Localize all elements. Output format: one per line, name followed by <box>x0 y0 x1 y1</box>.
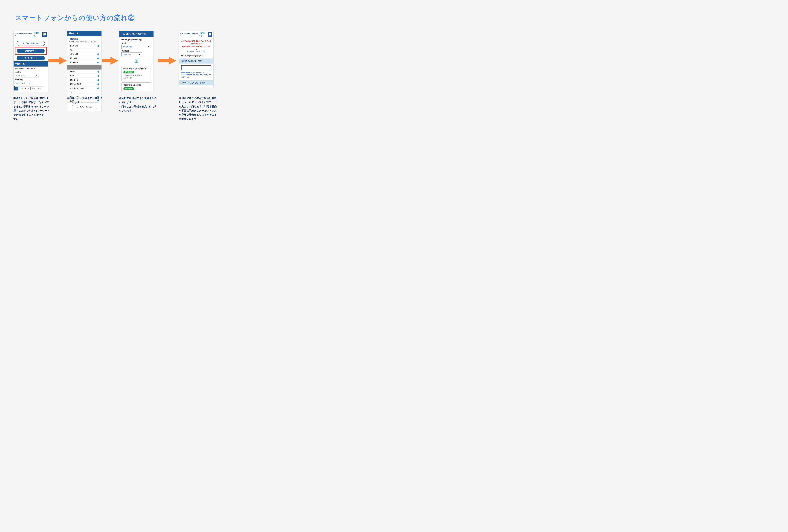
next-button[interactable]: 次へ <box>31 86 36 90</box>
triangle-down-icon: ▼ <box>139 53 140 56</box>
chevron-down-icon: ⌄ <box>97 87 99 89</box>
list-item[interactable]: こども・保育⌄ <box>70 52 99 56</box>
timestamp: 2022年04月22日 13時49分 現在 <box>15 68 47 70</box>
procedure-card[interactable]: 受理証明書の交付申請 電子署名必要 <box>121 82 151 92</box>
list-item[interactable]: 移住・空き家⌄ <box>70 78 99 82</box>
category-search-desc: 検索される手続きの分類をクリックしてください。 <box>70 41 99 43</box>
pager: 1 2 3 4 5 次へ 最後へ <box>15 86 47 90</box>
filter-search-button[interactable]: 絞り込みで検索する> <box>17 41 45 46</box>
app-header: いばらき電子申請・届出サービス 【笠間市】 メニュー <box>14 31 48 38</box>
category-search-title: 分類別検索 <box>70 38 99 40</box>
chevron-down-icon: ⌄ <box>97 45 99 47</box>
timestamp: 2022年04月25日 11時34分 現在 <box>121 39 151 41</box>
list-item[interactable]: 商工業⌄ <box>70 74 99 78</box>
page-title: スマートフォンからの使い方の流れ② <box>15 14 135 22</box>
card-title: 受理証明書の交付申請 <box>123 84 149 86</box>
screenshot-step-1: いばらき電子申請・届出サービス 【笠間市】 メニュー 絞り込みで検索する> 分類… <box>14 31 48 92</box>
screenshot-step-4: いばらき電子申請・届出サービス 【笠間市】 メニュー この手続きは利用者登録せず… <box>179 31 214 88</box>
highlight-box: 分類別で探す> <box>15 47 47 55</box>
back-button[interactable]: ＜手続き一覧へ戻る <box>72 105 97 110</box>
count-select[interactable]: 10件ずつ表示▼ <box>15 81 32 85</box>
screenshot-step-3: 「住民票・戸籍」手続き一覧 2022年04月25日 11時34分 現在 並び替え… <box>119 31 154 92</box>
page-3[interactable]: 3 <box>21 86 24 90</box>
chevron-down-icon: ⌄ <box>97 79 99 81</box>
signature-badge: 電子署名必要 <box>123 87 134 90</box>
service-name: いばらき電子申請・届出サービス <box>180 33 198 36</box>
caption-step-4: 利用者登録が必要な手続きは登録したメールアドレスとパスワードを入力し申請します。… <box>179 96 218 121</box>
last-button[interactable]: 最後へ <box>37 86 44 90</box>
page-4[interactable]: 4 <box>24 86 27 90</box>
already-registered-heading: 既に利用者登録がお済みの方 <box>181 55 211 57</box>
warning-text: 利用者登録した後、申込みをしてください。 <box>181 45 211 50</box>
section-heading: 手続き一覧 <box>67 31 101 36</box>
register-link[interactable]: 利用者登録される方はこちら <box>181 51 211 53</box>
arrow-right-icon <box>158 57 177 65</box>
meta: 受付開始2021年12月17日01時00分 <box>123 74 149 76</box>
list-item[interactable]: 住民票・戸籍⌄ <box>70 44 99 48</box>
triangle-down-icon: ▼ <box>29 82 31 84</box>
caption-step-2: 申請をしたい手続きの分野をタップします。 <box>67 96 103 104</box>
input-hint: 利用者登録時に使用したメールアドレス、 または各手続の担当部署から受領したIDを… <box>181 72 211 78</box>
card-title: 住民票/除票の写しの交付申請 <box>123 67 149 70</box>
scroll-indicator <box>67 65 101 70</box>
menu-icon[interactable]: メニュー <box>42 32 47 37</box>
procedure-card[interactable]: 住民票/除票の写しの交付申請 電子署名必要 受付開始2021年12月17日01時… <box>121 66 151 81</box>
caption-step-1: 申請をしたい手続きを検索します。「分類別で探す」をタップすると、手続きをカテゴリ… <box>14 96 50 121</box>
chevron-right-icon: > <box>36 50 37 52</box>
chevron-down-icon: ⌄ <box>97 62 99 63</box>
password-label: パスワードを入力してください <box>179 80 213 85</box>
list-item[interactable]: 笠間ファン倶楽部⌄ <box>70 82 99 86</box>
search-by-50on-button[interactable]: 五十音で探す> <box>17 56 45 60</box>
count-label: 表示数変更 <box>15 79 47 81</box>
sort-select[interactable]: 手続き名 昇順▼ <box>15 74 38 78</box>
triangle-down-icon: ▼ <box>148 46 150 48</box>
list-item[interactable]: 保健・健康⌄ <box>70 56 99 60</box>
page-1[interactable]: 1 <box>15 86 18 90</box>
list-item[interactable]: 区長申請⌄ <box>70 70 99 74</box>
count-label: 表示数変更 <box>121 50 151 52</box>
menu-icon[interactable]: メニュー <box>208 32 212 37</box>
count-select[interactable]: 10件ずつ表示▼ <box>121 52 142 56</box>
city-label: 【笠間市】 <box>34 32 42 37</box>
chevron-down-icon: ⌄ <box>97 58 99 59</box>
section-heading: 手続き一覧 <box>14 61 48 66</box>
chevron-down-icon: ⌄ <box>97 75 99 77</box>
list-item[interactable]: 税金 <box>70 48 99 52</box>
warning-text: この手続きは利用者登録せずに、利用することはできません。 <box>181 40 211 45</box>
page-2[interactable]: 2 <box>18 86 21 90</box>
list-item[interactable]: アンケート <box>70 90 99 94</box>
chevron-right-icon: > <box>36 57 37 59</box>
signature-badge: 電子署名必要 <box>123 71 134 74</box>
list-item[interactable]: 国民健康保険⌄ <box>70 60 99 64</box>
user-id-label: 利用者IDを入力してください <box>179 58 213 63</box>
city-label: 【笠間市】 <box>199 32 208 37</box>
chevron-left-icon: ＜ <box>76 106 78 108</box>
section-heading: 「住民票・戸籍」手続き一覧 <box>119 31 154 37</box>
chevron-down-icon: ⌄ <box>97 83 99 85</box>
chevron-down-icon: ⌄ <box>97 54 99 55</box>
arrow-right-icon <box>99 57 118 65</box>
triangle-down-icon: ▼ <box>35 75 37 77</box>
meta: 受付終了 随時 <box>123 77 149 79</box>
chevron-down-icon: ⌄ <box>97 71 99 73</box>
arrow-right-icon <box>48 57 67 65</box>
user-id-input[interactable] <box>181 65 211 70</box>
sort-label: 並び替え <box>121 42 151 44</box>
list-item[interactable]: イベント参加申し込み⌄ <box>70 86 99 90</box>
category-list: 住民票・戸籍⌄ 税金 こども・保育⌄ 保健・健康⌄ 国民健康保険⌄ <box>70 44 99 64</box>
page-5[interactable]: 5 <box>27 86 30 90</box>
sort-label: 並び替え <box>15 71 47 73</box>
app-header: いばらき電子申請・届出サービス 【笠間市】 メニュー <box>179 31 213 38</box>
caption-step-3: 各分野で申請ができる手続きが表示されます。 申請をしたい手続きを見つけてタップし… <box>119 96 157 113</box>
page-1[interactable]: 1 <box>135 59 138 63</box>
service-name: いばらき電子申請・届出サービス <box>15 33 33 36</box>
sort-select[interactable]: 手続き名 昇順▼ <box>121 45 151 49</box>
search-by-category-button[interactable]: 分類別で探す> <box>17 49 45 53</box>
